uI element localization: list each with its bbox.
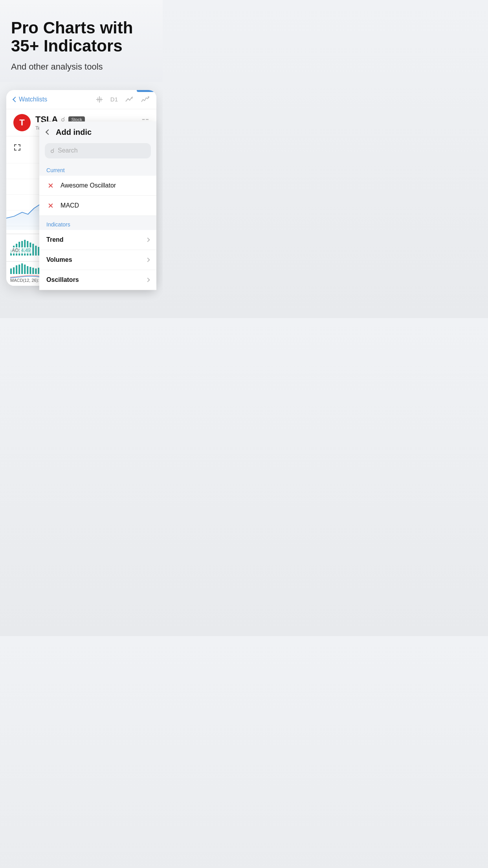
volumes-category-label: Volumes [46, 256, 72, 263]
nav-actions: D1 [95, 96, 149, 103]
svg-rect-22 [35, 246, 37, 256]
category-item-volumes[interactable]: Volumes [39, 250, 156, 270]
indicator-panel-title: Add indic [56, 128, 92, 137]
timeframe-label[interactable]: D1 [110, 96, 118, 103]
expand-icon [14, 144, 20, 151]
oscillators-category-label: Oscillators [46, 276, 79, 283]
indicator-search-bar[interactable]: ☌ Search [45, 143, 151, 158]
indicator-panel-header: Add indic [39, 121, 156, 143]
svg-rect-41 [18, 265, 20, 274]
hero-subtitle: And other analysis tools [11, 61, 152, 73]
back-button[interactable]: Watchlists [13, 96, 47, 103]
awesome-oscillator-label: Awesome Oscillator [61, 182, 116, 189]
active-tab-indicator [137, 90, 156, 92]
svg-rect-47 [35, 268, 37, 274]
tesla-logo-letter: T [19, 118, 24, 128]
hero-section: Pro Charts with 35+ Indicators And other… [0, 0, 163, 82]
svg-rect-46 [32, 268, 34, 274]
search-placeholder-text: Search [58, 147, 78, 154]
svg-rect-39 [13, 267, 15, 274]
top-nav: Watchlists D1 [6, 90, 156, 109]
svg-rect-40 [16, 265, 17, 274]
svg-rect-42 [21, 263, 23, 274]
chart-type-line-icon[interactable] [141, 96, 149, 103]
current-section-label: Current [39, 163, 156, 176]
svg-rect-21 [32, 244, 34, 256]
svg-rect-38 [10, 268, 12, 274]
hero-title: Pro Charts with 35+ Indicators [11, 19, 152, 55]
back-chevron-icon [13, 97, 18, 102]
indicator-item-awesome-oscillator[interactable]: Awesome Oscillator [39, 176, 156, 196]
indicator-item-macd[interactable]: MACD [39, 196, 156, 216]
remove-macd-button[interactable] [46, 201, 55, 210]
add-indicator-icon[interactable] [95, 96, 103, 103]
oscillators-chevron-icon [145, 278, 150, 282]
symbol-logo: T [13, 114, 31, 131]
watchlists-label: Watchlists [19, 96, 47, 103]
chart-type-bar-icon[interactable] [125, 96, 134, 103]
ao-label: AO: 4.49 [10, 247, 32, 254]
svg-point-6 [148, 96, 149, 98]
category-item-oscillators[interactable]: Oscillators [39, 270, 156, 290]
trend-category-label: Trend [46, 236, 64, 243]
svg-rect-43 [24, 265, 26, 274]
trend-chevron-icon [145, 237, 150, 242]
app-mockup: Watchlists D1 [6, 90, 156, 318]
macd-label-text: MACD [61, 202, 79, 209]
svg-rect-44 [27, 266, 28, 274]
volumes-chevron-icon [145, 257, 150, 262]
category-item-trend[interactable]: Trend [39, 230, 156, 250]
remove-awesome-oscillator-button[interactable] [46, 181, 55, 190]
indicators-section-label: Indicators [39, 216, 156, 230]
svg-rect-45 [29, 267, 31, 274]
ao-value: 4.49 [21, 248, 30, 253]
search-glass-icon: ☌ [50, 147, 55, 154]
indicator-back-icon[interactable] [46, 129, 51, 135]
indicator-panel: Add indic ☌ Search Current Awesome Oscil… [39, 121, 156, 290]
expand-chart-button[interactable] [10, 140, 24, 154]
